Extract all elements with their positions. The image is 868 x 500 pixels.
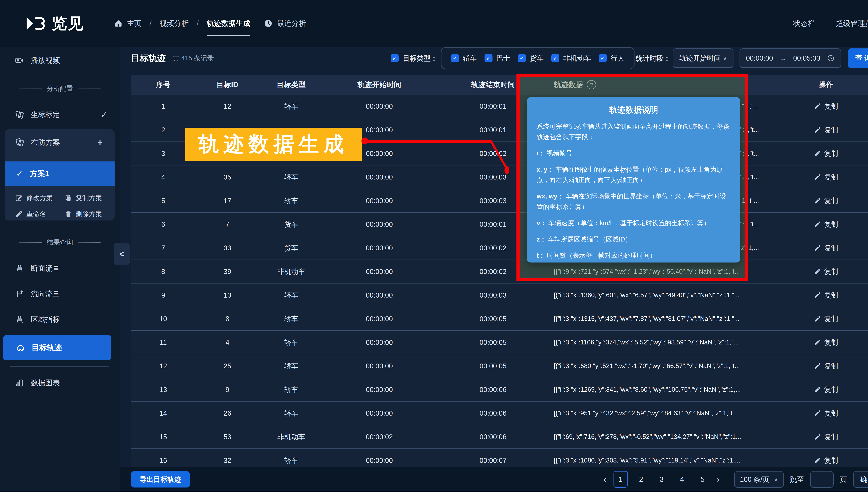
- next-page-button[interactable]: ›: [716, 474, 721, 485]
- export-button-label: 导出目标轨迹: [140, 475, 181, 484]
- page-unit-label: 页: [840, 475, 847, 484]
- cell-end-time: 00:00:05: [436, 362, 550, 370]
- user-role-link[interactable]: 超级管理员: [836, 19, 868, 28]
- copy-button[interactable]: 复制: [814, 385, 838, 395]
- action-label: 修改方案: [26, 194, 53, 202]
- query-button[interactable]: 查 询: [848, 48, 868, 68]
- tooltip-field-1: x, y：车辆在图像中的像素坐标位置（单位：px，视频左上角为原点，向右为x轴正…: [537, 164, 731, 185]
- modify-plan-button[interactable]: 修改方案: [15, 194, 53, 202]
- sidebar-collapse-button[interactable]: <: [114, 243, 130, 265]
- copy-button[interactable]: 复制: [814, 361, 838, 371]
- time-range-input[interactable]: 00:00:00 → 00:05:33: [740, 48, 841, 68]
- header-label: 轨迹数据: [554, 80, 583, 90]
- sidebar-item-coordinate-calibration[interactable]: 坐标标定 ✓: [0, 106, 120, 123]
- type-checkbox-3[interactable]: ✓非机动车: [551, 54, 591, 63]
- copy-button[interactable]: 复制: [814, 125, 838, 135]
- pencil-icon: [814, 268, 821, 275]
- tooltip-title: 轨迹数据说明: [537, 104, 731, 115]
- type-checkbox-label: 非机动车: [563, 54, 591, 63]
- pencil-icon: [814, 315, 821, 322]
- trash-icon: [64, 210, 72, 218]
- page-size-select[interactable]: 100 条/页 ∨: [734, 471, 784, 488]
- type-checkbox-4[interactable]: ✓行人: [599, 54, 625, 63]
- export-trajectory-button[interactable]: 导出目标轨迹: [131, 471, 190, 488]
- type-checkbox-2[interactable]: ✓货车: [518, 54, 544, 63]
- tooltip-entries: i：视频帧号x, y：车辆在图像中的像素坐标位置（单位：px，视频左上角为原点，…: [537, 148, 731, 261]
- sidebar-item-defense-plan[interactable]: 布防方案 +: [5, 133, 115, 152]
- copy-plan-button[interactable]: 复制方案: [64, 194, 102, 202]
- edit-icon: [15, 194, 23, 202]
- plus-icon[interactable]: +: [98, 138, 102, 147]
- question-icon[interactable]: ?: [587, 80, 596, 89]
- cell-start-time: 00:00:00: [323, 457, 436, 464]
- copy-button[interactable]: 复制: [814, 314, 838, 323]
- page-button-5[interactable]: 5: [695, 471, 710, 488]
- target-type-label: 目标类型：: [403, 54, 437, 63]
- sidebar-item-data-charts[interactable]: 数据图表: [0, 374, 120, 391]
- cell-target-id: 13: [195, 291, 260, 299]
- checkbox-icon[interactable]: ✓: [391, 54, 399, 62]
- section-label: 分析配置: [47, 84, 73, 93]
- page-button-3[interactable]: 3: [654, 471, 669, 488]
- cell-target-id: 39: [195, 268, 260, 275]
- copy-button[interactable]: 复制: [814, 338, 838, 347]
- page-button-2[interactable]: 2: [634, 471, 648, 488]
- sidebar-section-results-query: 结果查询: [0, 238, 120, 247]
- copy-button[interactable]: 复制: [814, 267, 838, 276]
- copy-button[interactable]: 复制: [814, 243, 838, 253]
- copy-button[interactable]: 复制: [814, 102, 838, 111]
- sidebar-item-label: 播放视频: [31, 56, 60, 65]
- sidebar-section-analysis-config: 分析配置: [0, 84, 120, 93]
- copy-label: 复制: [824, 125, 838, 135]
- page-button-1[interactable]: 1: [614, 471, 628, 488]
- type-checkbox-1[interactable]: ✓巴士: [484, 54, 510, 63]
- status-bar-link[interactable]: 状态栏: [793, 19, 815, 28]
- cell-trajectory-data: [{"i":3,"x":1080,"y":308,"wx":"5.91","wy…: [550, 457, 769, 464]
- nav-item-label: 轨迹数据生成: [207, 19, 250, 28]
- copy-button[interactable]: 复制: [814, 149, 838, 158]
- nav-item-home[interactable]: 主页: [114, 0, 141, 47]
- cell-seq: 1: [131, 102, 195, 110]
- copy-button[interactable]: 复制: [814, 291, 838, 300]
- copy-button[interactable]: 复制: [814, 456, 838, 465]
- sidebar-item-region-metrics[interactable]: 区域指标: [0, 311, 120, 328]
- tooltip-field-term: v：: [537, 219, 547, 227]
- sidebar-item-label: 坐标标定: [31, 110, 60, 120]
- prev-page-button[interactable]: ‹: [602, 474, 607, 485]
- copy-button[interactable]: 复制: [814, 196, 838, 206]
- target-type-toggle[interactable]: ✓ 目标类型：: [391, 54, 437, 63]
- stat-period-label-wrap: 统计时段：: [636, 54, 671, 63]
- pencil-icon: [814, 433, 821, 441]
- nav-item-recent-analysis[interactable]: 最近分析: [264, 0, 306, 47]
- tooltip-field-desc: 时间戳（表示每一帧对应的处理时间）: [547, 252, 656, 259]
- confirm-button[interactable]: 确 定: [853, 471, 868, 488]
- copy-button[interactable]: 复制: [814, 432, 838, 442]
- logo-text: 览见: [52, 13, 84, 34]
- sidebar-item-play-video[interactable]: 播放视频: [0, 52, 120, 69]
- cell-actions: 复制: [769, 102, 868, 111]
- sidebar-item-direction-flow[interactable]: 流向流量: [0, 285, 120, 303]
- sidebar-item-target-trajectory-active[interactable]: 目标轨迹: [3, 335, 111, 360]
- jump-page-input[interactable]: [810, 471, 834, 488]
- plan-item-selected[interactable]: ✓ 方案1: [5, 161, 115, 186]
- copy-button[interactable]: 复制: [814, 409, 838, 418]
- tooltip-field-2: wx, wy：车辆在实际场景中的世界坐标（单位：米，基于标定时设置的坐标系计算）: [537, 191, 731, 212]
- rename-button[interactable]: 重命名: [15, 209, 46, 218]
- page-button-4[interactable]: 4: [675, 471, 689, 488]
- cell-seq: 15: [131, 433, 195, 441]
- cell-seq: 13: [131, 386, 195, 394]
- copy-button[interactable]: 复制: [814, 220, 838, 229]
- copy-button[interactable]: 复制: [814, 172, 838, 182]
- check-icon: ✓: [101, 110, 107, 120]
- delete-plan-button[interactable]: 删除方案: [64, 209, 102, 218]
- cell-target-type: 非机动车: [260, 267, 323, 276]
- clock-icon: [264, 19, 273, 28]
- sidebar-item-cross-section-flow[interactable]: 断面流量: [0, 260, 120, 277]
- nav-item-video-analysis[interactable]: 视频分析: [160, 0, 189, 47]
- cell-target-id: 9: [195, 386, 260, 394]
- nav-item-trajectory-generation[interactable]: 轨迹数据生成: [207, 0, 250, 47]
- period-select[interactable]: 轨迹开始时间 ∨: [673, 48, 733, 68]
- cell-start-time: 00:00:00: [323, 291, 436, 299]
- cell-seq: 7: [131, 244, 195, 252]
- type-checkbox-0[interactable]: ✓轿车: [451, 54, 477, 63]
